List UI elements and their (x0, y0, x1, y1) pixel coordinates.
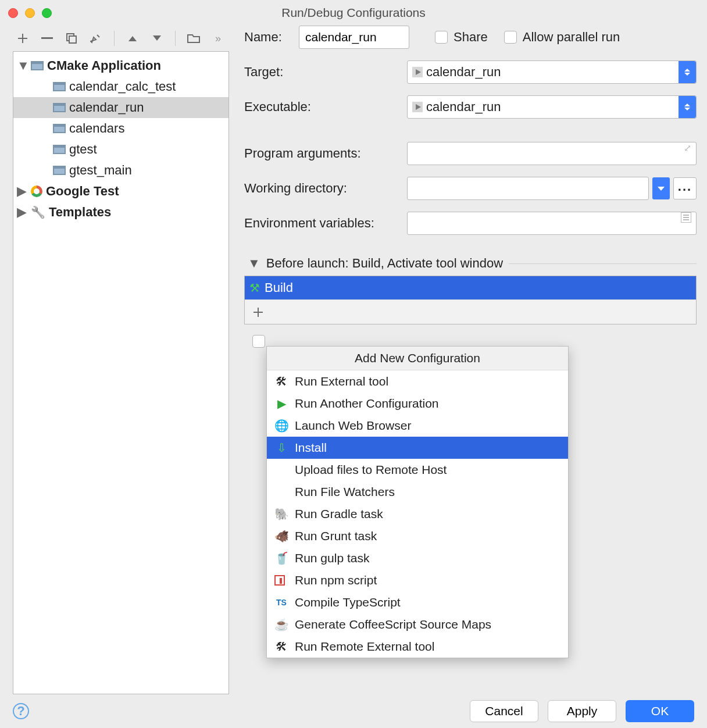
config-tree: ▼ CMake Application calendar_calc_test c… (13, 51, 229, 694)
tools-icon: 🛠 (274, 640, 289, 654)
play-icon: ▶ (274, 397, 289, 411)
workdir-label: Working directory: (244, 181, 407, 196)
before-launch-title: Before launch: Build, Activate tool wind… (266, 256, 503, 271)
env-label: Environment variables: (244, 216, 407, 231)
ok-button[interactable]: OK (626, 700, 694, 722)
show-checkbox[interactable] (252, 335, 265, 348)
expand-arrow-icon: ▼ (17, 58, 27, 73)
tree-group-templates[interactable]: ▶ Templates (13, 202, 228, 223)
coffeescript-icon: ☕ (274, 618, 289, 631)
popup-item[interactable]: 🌐Launch Web Browser (267, 415, 568, 437)
install-icon: ⇩ (274, 441, 289, 455)
tree-group-gtest[interactable]: ▶ Google Test (13, 181, 228, 202)
more-icon[interactable]: » (212, 32, 224, 45)
cmake-icon (53, 145, 66, 154)
item-label: calendar_run (69, 100, 144, 115)
target-icon (412, 67, 423, 77)
wrench-icon (31, 205, 45, 220)
popup-item-label: Generate CoffeeScript Source Maps (295, 618, 491, 631)
popup-item-label: Run External tool (295, 374, 388, 388)
help-button[interactable]: ? (13, 703, 29, 719)
group-label: Google Test (46, 184, 119, 199)
npm-icon (274, 574, 289, 586)
popup-item[interactable]: 🥤Run gulp task (267, 547, 568, 569)
workdir-history-button[interactable] (652, 177, 670, 199)
before-launch-item[interactable]: ⚒ Build (245, 276, 696, 299)
move-down-icon[interactable] (151, 32, 163, 45)
tree-item[interactable]: calendar_calc_test (13, 76, 228, 97)
svg-rect-0 (41, 37, 53, 39)
tree-item[interactable]: gtest_main (13, 160, 228, 181)
edit-defaults-icon[interactable] (90, 32, 102, 45)
popup-item[interactable]: ☕Generate CoffeeScript Source Maps (267, 613, 568, 636)
env-list-icon[interactable] (681, 212, 691, 223)
collapse-arrow-icon: ▼ (248, 256, 260, 271)
popup-item-label: Compile TypeScript (295, 595, 401, 609)
popup-item[interactable]: Run npm script (267, 569, 568, 591)
footer: ? Cancel Apply OK (0, 694, 707, 728)
tree-item[interactable]: gtest (13, 139, 228, 160)
remove-config-icon[interactable] (41, 32, 53, 45)
tree-item[interactable]: calendars (13, 118, 228, 139)
titlebar: Run/Debug Configurations (0, 0, 707, 26)
separator (175, 31, 176, 46)
popup-item-label: Run Remote External tool (295, 640, 434, 654)
popup-item[interactable]: TSCompile TypeScript (267, 591, 568, 613)
popup-item-label: Run gulp task (295, 551, 369, 565)
popup-item[interactable]: Upload files to Remote Host (267, 459, 568, 481)
cmake-icon (31, 61, 44, 70)
args-label: Program arguments: (244, 146, 407, 161)
folder-icon[interactable] (187, 32, 200, 45)
popup-item[interactable]: ▶Run Another Configuration (267, 392, 568, 415)
executable-select[interactable]: calendar_run (407, 95, 697, 119)
divider (509, 263, 697, 264)
popup-item[interactable]: 🐘Run Gradle task (267, 503, 568, 525)
group-label: Templates (49, 205, 111, 220)
allow-parallel-checkbox[interactable] (504, 31, 517, 44)
args-input[interactable]: ⤢ (407, 142, 697, 165)
name-input[interactable] (299, 26, 409, 49)
popup-item-label: Upload files to Remote Host (295, 463, 447, 477)
popup-item[interactable]: Run File Watchers (267, 481, 568, 503)
svg-rect-4 (280, 578, 282, 584)
tree-item-selected[interactable]: calendar_run (13, 97, 228, 118)
popup-item-label: Run Another Configuration (295, 397, 439, 411)
allow-parallel-label: Allow parallel run (523, 30, 620, 45)
target-select[interactable]: calendar_run (407, 60, 697, 84)
separator (114, 31, 115, 46)
before-launch-item-label: Build (265, 280, 293, 295)
copy-config-icon[interactable] (65, 32, 78, 45)
target-value: calendar_run (423, 65, 679, 80)
item-label: calendar_calc_test (69, 79, 176, 94)
executable-value: calendar_run (423, 99, 679, 115)
popup-item[interactable]: 🐗Run Grunt task (267, 525, 568, 547)
popup-item-label: Install (295, 441, 327, 455)
collapse-arrow-icon: ▶ (17, 184, 27, 199)
window-title: Run/Debug Configurations (0, 6, 707, 20)
share-label: Share (454, 30, 488, 45)
move-up-icon[interactable] (126, 32, 139, 45)
popup-item[interactable]: 🛠Run External tool (267, 370, 568, 392)
add-task-icon[interactable] (252, 306, 265, 319)
share-checkbox[interactable] (435, 31, 448, 44)
item-label: gtest_main (69, 163, 132, 178)
expand-icon[interactable]: ⤢ (684, 142, 691, 154)
env-input[interactable] (407, 212, 697, 235)
name-label: Name: (244, 30, 299, 45)
popup-item-selected[interactable]: ⇩Install (267, 437, 568, 459)
cancel-button[interactable]: Cancel (470, 700, 538, 722)
popup-title: Add New Configuration (267, 347, 568, 370)
dropdown-caret-icon (679, 96, 696, 118)
before-launch-header[interactable]: ▼ Before launch: Build, Activate tool wi… (244, 256, 697, 271)
apply-button[interactable]: Apply (548, 700, 616, 722)
workdir-input[interactable] (407, 177, 649, 200)
cmake-icon (53, 103, 66, 112)
add-config-icon[interactable] (16, 32, 29, 45)
tree-group-cmake[interactable]: ▼ CMake Application (13, 55, 228, 76)
popup-item[interactable]: 🛠Run Remote External tool (267, 636, 568, 658)
tools-icon: 🛠 (274, 375, 289, 388)
workdir-browse-button[interactable]: ... (673, 177, 697, 199)
typescript-icon: TS (274, 598, 289, 607)
group-label: CMake Application (47, 58, 161, 73)
cmake-icon (53, 82, 66, 91)
